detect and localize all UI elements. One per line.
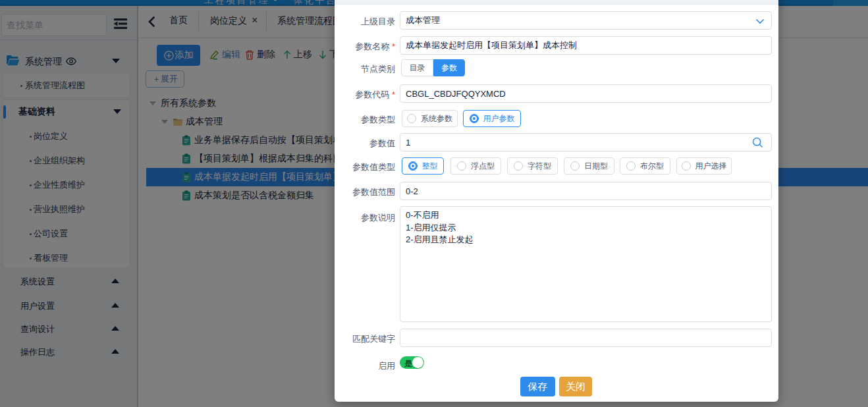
radio-icon [457,161,466,171]
radio-icon [682,161,691,171]
radio-label: 整型 [422,161,438,172]
field-label-param-desc: 参数说明 [335,212,395,224]
chevron-down-icon [755,18,765,24]
field-label-value-type: 参数值类型 [335,161,395,173]
param-desc-textarea[interactable]: 0-不启用 1-启用仅提示 2-启用且禁止发起 [400,206,772,322]
value-range-input[interactable] [400,182,772,200]
field-label-param-value: 参数值 [335,138,395,149]
value-type-option-4[interactable]: 布尔型 [620,157,670,175]
radio-icon [470,114,479,123]
radio-label: 用户选择 [695,161,727,172]
radio-icon [570,161,580,171]
parent-dir-value: 成本管理 [406,15,440,25]
close-button[interactable]: 关闭 [559,377,592,396]
field-label-param-type: 参数类型 [335,114,395,126]
radio-label: 字符型 [528,161,551,172]
param-value-input[interactable] [400,133,772,151]
radio-label: 用户参数 [483,113,515,124]
field-label-enabled: 启用 [335,360,395,372]
param-name-input[interactable] [400,36,772,55]
radio-icon [514,161,523,171]
field-label-param-name: 参数名称 [335,41,395,53]
value-type-option-3[interactable]: 日期型 [564,157,614,175]
dialog-header [335,0,778,5]
node-type-option-0[interactable]: 目录 [401,59,433,76]
save-button[interactable]: 保存 [520,377,555,396]
node-type-option-1[interactable]: 参数 [433,59,465,76]
search-icon[interactable] [752,137,763,148]
radio-label: 日期型 [584,161,608,172]
switch-knob [412,357,423,368]
radio-icon [626,161,636,171]
radio-icon [407,114,416,123]
param-type-option-0[interactable]: 系统参数 [402,110,458,127]
param-type-option-1[interactable]: 用户参数 [463,110,521,127]
field-label-value-range: 参数值范围 [335,186,395,198]
enabled-switch[interactable]: 是 [400,356,424,369]
radio-label: 系统参数 [421,113,452,124]
param-code-input[interactable] [400,84,772,103]
radio-label: 布尔型 [640,161,664,172]
value-type-option-5[interactable]: 用户选择 [676,157,732,175]
radio-icon [408,161,418,171]
field-label-match-keyword: 匹配关键字 [335,333,395,345]
edit-parameter-dialog: 上级目录成本管理参数名称节点类别目录参数参数代码参数类型系统参数用户参数参数值参… [335,0,778,402]
field-label-node-type: 节点类别 [335,63,395,75]
value-type-option-2[interactable]: 字符型 [507,157,558,175]
value-type-option-1[interactable]: 浮点型 [450,157,501,175]
value-type-option-0[interactable]: 整型 [402,157,444,175]
radio-label: 浮点型 [471,161,495,172]
field-label-parent-dir: 上级目录 [335,16,395,28]
match-keyword-input[interactable] [400,329,772,347]
switch-on-label: 是 [404,358,412,369]
field-label-param-code: 参数代码 [335,89,395,101]
parent-dir-select[interactable]: 成本管理 [400,11,772,30]
